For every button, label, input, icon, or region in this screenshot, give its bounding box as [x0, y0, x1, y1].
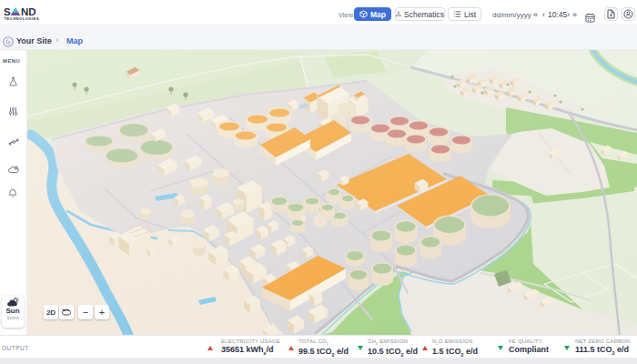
- svg-text:S: S: [4, 6, 11, 17]
- svg-text:TECHNOLOGIES: TECHNOLOGIES: [5, 16, 40, 21]
- svg-text:ND: ND: [21, 6, 36, 17]
